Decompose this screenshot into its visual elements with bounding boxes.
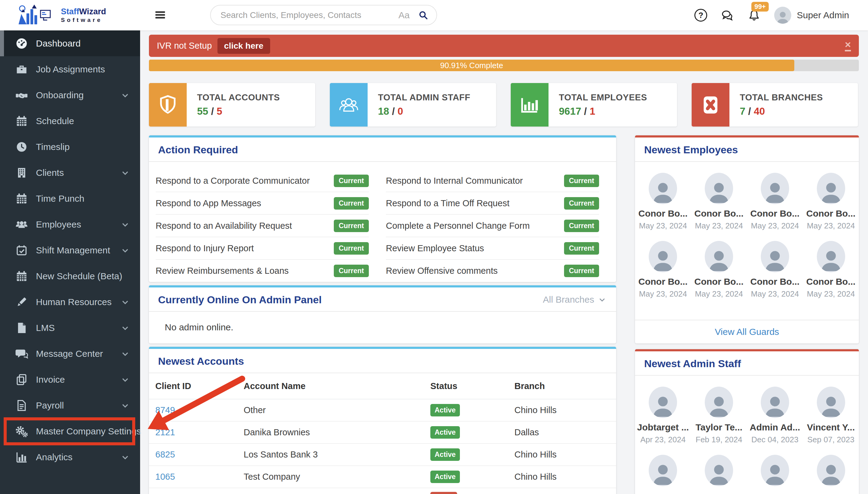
- app-logo[interactable]: StaffWizard Software: [12, 2, 106, 28]
- person-name: Taylor Te...: [695, 422, 743, 433]
- avatar: [761, 455, 789, 486]
- person-card[interactable]: Jobtarget ... Apr 23, 2024: [637, 387, 689, 444]
- person-card[interactable]: Vincent Y... Sep 07, 2023: [805, 387, 857, 444]
- alert-close-button[interactable]: ×: [845, 40, 851, 52]
- person-card[interactable]: Conor Bo... May 23, 2024: [693, 241, 745, 299]
- status-badge: Current: [334, 242, 369, 254]
- logo-illustration-icon: [12, 3, 57, 27]
- sidebar-item-shift-management[interactable]: Shift Management: [0, 237, 140, 263]
- sidebar-item-lms[interactable]: LMS: [0, 315, 140, 341]
- person-card[interactable]: Conor Bo... May 23, 2024: [805, 241, 857, 299]
- action-required-row[interactable]: Review Offensive comments Current: [386, 260, 599, 282]
- chevron-down-icon: [598, 296, 606, 303]
- chevron-down-icon: [121, 298, 129, 306]
- person-date: May 23, 2024: [695, 221, 743, 231]
- sidebar-item-job-assignments[interactable]: Job Assignments: [0, 56, 140, 82]
- no-admin-online-message: No admin online.: [149, 312, 616, 332]
- user-menu[interactable]: Super Admin: [774, 7, 849, 24]
- bar-chart-icon: [15, 451, 28, 463]
- person-date: Apr 23, 2024: [640, 435, 686, 444]
- user-name: Super Admin: [797, 10, 849, 20]
- sidebar-item-timeslip[interactable]: Timeslip: [0, 134, 140, 160]
- person-date: May 23, 2024: [807, 221, 855, 231]
- action-required-row[interactable]: Respond to Internal Communicator Current: [386, 170, 599, 192]
- person-card[interactable]: [693, 455, 745, 486]
- search-icon[interactable]: [418, 10, 429, 20]
- sidebar-item-label: Dashboard: [36, 38, 81, 49]
- avatar: [649, 241, 677, 272]
- person-date: May 23, 2024: [695, 289, 743, 299]
- sidebar-item-message-center[interactable]: Message Center: [0, 341, 140, 366]
- calendar-icon: [15, 115, 28, 128]
- panel-title: Currently Online On Admin Panel: [158, 294, 322, 306]
- sidebar-item-time-punch[interactable]: Time Punch: [0, 186, 140, 211]
- case-sensitivity-hint[interactable]: Aa: [398, 10, 410, 20]
- person-card[interactable]: Conor Bo... May 23, 2024: [749, 241, 801, 299]
- sidebar-item-onboarding[interactable]: Onboarding: [0, 82, 140, 108]
- sidebar-item-invoice[interactable]: Invoice: [0, 366, 140, 393]
- person-card[interactable]: Admin Ad... Dec 04, 2023: [749, 387, 801, 444]
- branch-filter-dropdown[interactable]: All Branches: [543, 294, 606, 305]
- avatar: [817, 387, 845, 418]
- chevron-down-icon: [121, 324, 129, 332]
- chevron-down-icon: [121, 376, 129, 384]
- logo-title-part2: Wizard: [79, 7, 106, 16]
- sidebar-item-analytics[interactable]: Analytics: [0, 444, 140, 470]
- sidebar-item-dashboard[interactable]: Dashboard: [0, 31, 140, 56]
- sidebar-item-employees[interactable]: Employees: [0, 211, 140, 237]
- branch-name: Chino Hills: [514, 405, 616, 415]
- sidebar-item-clients[interactable]: Clients: [0, 160, 140, 186]
- action-required-panel: Action Required Respond to a Corporate C…: [149, 135, 616, 282]
- status-badge: Active: [430, 404, 460, 416]
- search-input[interactable]: [220, 10, 398, 20]
- sidebar-item-payroll[interactable]: Payroll: [0, 393, 140, 418]
- panel-title: Newest Admin Staff: [644, 358, 741, 369]
- client-id-link[interactable]: 2121: [155, 428, 243, 437]
- person-card[interactable]: Taylor Te... Feb 19, 2024: [693, 387, 745, 444]
- person-name: Conor Bo...: [751, 208, 800, 219]
- x-icon: [692, 83, 729, 127]
- chevron-down-icon: [121, 221, 129, 228]
- person-card[interactable]: Conor Bo... May 23, 2024: [693, 173, 745, 231]
- account-name: Los Santos Bank 3: [243, 450, 430, 460]
- action-required-row[interactable]: Respond to a Corporate Communicator Curr…: [156, 170, 369, 192]
- person-card[interactable]: Conor Bo... May 23, 2024: [805, 173, 857, 231]
- sidebar-item-schedule[interactable]: Schedule: [0, 108, 140, 134]
- status-badge: Active: [430, 426, 460, 439]
- sidebar-item-human-resources[interactable]: Human Resources: [0, 289, 140, 315]
- column-header-branch: Branch: [514, 381, 616, 391]
- action-required-row[interactable]: Review Employee Status Current: [386, 237, 599, 260]
- action-required-row[interactable]: Respond to App Messages Current: [156, 192, 369, 215]
- person-card[interactable]: Conor Bo... May 23, 2024: [637, 241, 689, 299]
- view-all-guards-link[interactable]: View All Guards: [715, 327, 779, 337]
- action-required-row[interactable]: Complete a Personnel Change Form Current: [386, 215, 599, 237]
- action-label: Respond to App Messages: [156, 198, 261, 208]
- calendar-check-icon: [15, 244, 28, 257]
- stat-title: TOTAL BRANCHES: [740, 93, 823, 102]
- action-required-row[interactable]: Respond to an Availability Request Curre…: [156, 215, 369, 237]
- action-required-row[interactable]: Respond to a Time Off Request Current: [386, 192, 599, 215]
- client-id-link[interactable]: 6825: [155, 450, 243, 460]
- person-name: Conor Bo...: [806, 208, 855, 219]
- sidebar-item-master-company-settings[interactable]: Master Company Settings: [0, 418, 140, 444]
- action-required-row[interactable]: Respond to Injury Report Current: [156, 237, 369, 260]
- sidebar-item-new-schedule-beta[interactable]: New Schedule (Beta): [0, 263, 140, 289]
- help-icon[interactable]: ?: [694, 9, 707, 22]
- client-id-link[interactable]: 8749: [155, 405, 243, 415]
- person-card[interactable]: Conor Bo... May 23, 2024: [637, 173, 689, 231]
- account-name: Other: [243, 405, 430, 415]
- action-label: Review Offensive comments: [386, 266, 498, 276]
- menu-toggle-icon[interactable]: [154, 8, 167, 21]
- action-required-row[interactable]: Review Reimbursements & Loans Current: [156, 260, 369, 282]
- person-card[interactable]: [805, 455, 857, 486]
- person-card[interactable]: [637, 455, 689, 486]
- notifications-bell[interactable]: 99+: [747, 8, 761, 22]
- person-card[interactable]: [749, 455, 801, 486]
- alert-click-here-button[interactable]: click here: [217, 38, 270, 54]
- client-id-link[interactable]: 1065: [155, 472, 243, 482]
- table-row: 2121 Danika Brownies Active Dallas: [149, 422, 616, 444]
- person-card[interactable]: Conor Bo... May 23, 2024: [749, 173, 801, 231]
- account-name: Test Company: [243, 472, 430, 482]
- messages-icon[interactable]: [721, 8, 734, 22]
- table-row: 8749 Other Active Chino Hills: [149, 399, 616, 422]
